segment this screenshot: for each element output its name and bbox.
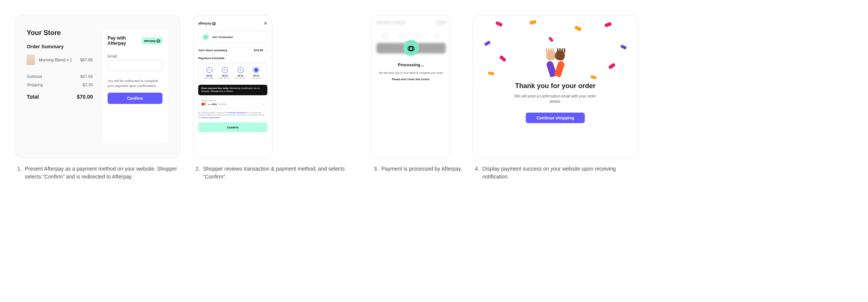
installment-date: Thu, Jun 13 [219,77,229,79]
confetti-icon [548,37,553,42]
line-item-price: $67.65 [80,58,93,62]
payment-method-label: Payment Method [202,99,216,102]
caption-text: Payment is processed by Afterpay. [381,165,462,173]
store-name: Your Store [27,29,93,37]
afterpay-badge-text: afterpay [144,39,156,43]
afterpay-badge: afterpay [142,37,162,44]
email-input[interactable] [108,60,162,71]
installment-date: Thu, Jul 11 [252,77,261,79]
processing-card: Your store summary $70.00 Processing… We… [372,15,451,158]
step-1-column: Your Store Order Summary Morning Blend x… [15,15,183,181]
installment-agreement-link[interactable]: Installment Agreement [228,111,246,114]
schedule-heading: Payment schedule [198,56,267,60]
caption-text: Shopper reviews transaction & payment me… [203,165,361,181]
processing-warning: Please don't close this screen. [392,78,430,81]
step-3-caption: 3. Payment is processed by Afterpay. [372,165,462,173]
redirect-notice: You will be redirected to complete your … [108,79,162,88]
line-item-name: Morning Blend x 1 [39,58,76,62]
autopay-banner: Down payment due today. Remaining instal… [198,85,267,95]
afterpay-loop-icon [408,46,414,50]
schedule-box: 1 2 3 $9.25 $9.25 $9.25 $9.25 Due today … [198,63,267,82]
processing-message: We will return you to Your Store to comp… [379,72,443,74]
email-label: Email [108,54,162,58]
shipping-row: Shipping $2.35 [27,82,93,87]
product-thumbnail [27,55,35,65]
continue-shopping-button[interactable]: Continue shopping [526,113,584,123]
subtotal-label: Subtotal [27,74,42,79]
store-summary-amount: $70.00 [254,49,263,52]
order-summary-panel: Your Store Order Summary Morning Blend x… [27,29,93,144]
confetti-icon [484,41,491,46]
close-icon[interactable]: ✕ [264,21,267,26]
chevron-down-icon: ⌵ [266,49,267,52]
shipping-label: Shipping [27,82,43,87]
confetti-icon [499,55,507,62]
chevron-right-icon: › [263,102,264,106]
caption-text: Display payment success on your website … [483,165,640,181]
installment-circle: 2 [222,67,228,73]
thank-you-title: Thank you for your order [515,82,596,90]
confetti-icon [488,72,494,76]
total-row: Total $70.00 [27,94,93,100]
subtotal-value: $67.65 [80,74,93,79]
banner-bold: Down payment due today. [201,87,229,89]
legal-text: By confirming below, I agree to the Inst… [198,111,267,119]
payment-method-row[interactable]: Payment Method •••• 6659 01/2025 › [198,98,267,108]
mastercard-icon [202,103,206,106]
afterpay-loop-icon [212,22,216,25]
step-4-caption: 4. Display payment success on your websi… [473,165,640,181]
afterpay-loop-icon [156,40,160,42]
store-summary-row[interactable]: Your store summary $70.00 ⌵ [198,49,267,52]
afterpay-logo: afterpay [198,21,216,25]
caption-text: Present Afterpay as a payment method on … [25,165,183,181]
afterpay-review-card: afterpay ✕ JC Joe Consumer Your store su… [193,15,272,158]
high-five-icon [540,50,571,77]
step-3-column: Your store summary $70.00 Processing… We… [372,15,462,173]
shipping-value: $2.35 [82,82,93,87]
subtotal-row: Subtotal $67.65 [27,74,93,79]
flow-steps-row: Your Store Order Summary Morning Blend x… [15,15,853,181]
caption-number: 1. [15,165,22,181]
line-item: Morning Blend x 1 $67.65 [27,55,93,65]
installment-circle: 1 [206,67,212,73]
installment-date: Thu, Jun 27 [235,77,245,79]
store-summary-label: Your store summary [198,49,227,52]
payment-authorization-link[interactable]: Payment Authorization [201,116,220,119]
afterpay-confirm-button[interactable]: Confirm [198,122,267,132]
step-2-column: afterpay ✕ JC Joe Consumer Your store su… [193,15,361,181]
total-label: Total [27,94,39,100]
user-name: Joe Consumer [212,35,233,39]
pay-heading: Pay with Afterpay [108,35,142,46]
caption-number: 4. [473,165,480,181]
success-card: Thank you for your order We will send a … [473,15,638,158]
confetti-icon [604,22,612,27]
user-chip[interactable]: JC Joe Consumer [198,31,267,43]
confetti-icon [590,75,597,79]
pay-panel: Pay with Afterpay afterpay Email You wil… [101,29,169,144]
user-avatar: JC [202,34,209,40]
installment-circle [253,67,259,73]
installment-circle: 3 [238,67,244,73]
caption-number: 3. [372,165,378,173]
afterpay-spinner-icon [403,40,419,56]
confetti-icon [495,21,502,27]
confetti-icon [620,44,627,50]
processing-heading: Processing… [398,63,424,67]
step-2-caption: 2. Shopper reviews transaction & payment… [193,165,361,181]
step-4-column: Thank you for your order We will send a … [473,15,640,181]
checkout-card: Your Store Order Summary Morning Blend x… [15,15,181,158]
confetti-icon [608,63,616,70]
thank-you-message: We will send a confirmation email with y… [514,94,597,104]
confirm-button[interactable]: Confirm [108,93,162,104]
order-summary-heading: Order Summary [27,44,93,49]
confetti-icon [529,20,537,25]
installment-date: Due today [205,77,213,79]
step-1-caption: 1. Present Afterpay as a payment method … [15,165,183,181]
card-last4: •••• 6659 [208,103,217,105]
total-value: $70.00 [77,94,93,100]
card-expiry: 01/2025 [219,103,227,105]
caption-number: 2. [193,165,200,181]
confetti-icon [574,25,581,32]
